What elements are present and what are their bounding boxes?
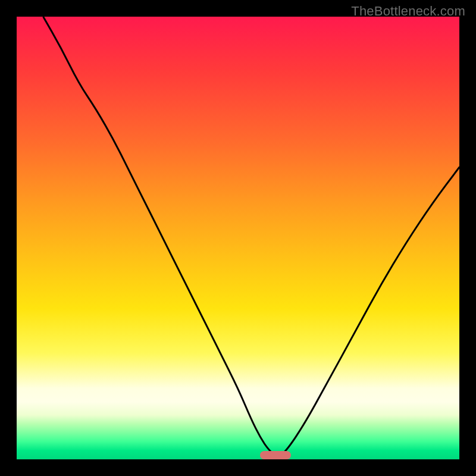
bottleneck-curve [17, 17, 459, 459]
curve-path [43, 17, 459, 456]
minimum-marker [260, 451, 291, 459]
chart-frame: TheBottleneck.com [0, 0, 476, 476]
plot-area [17, 17, 459, 459]
